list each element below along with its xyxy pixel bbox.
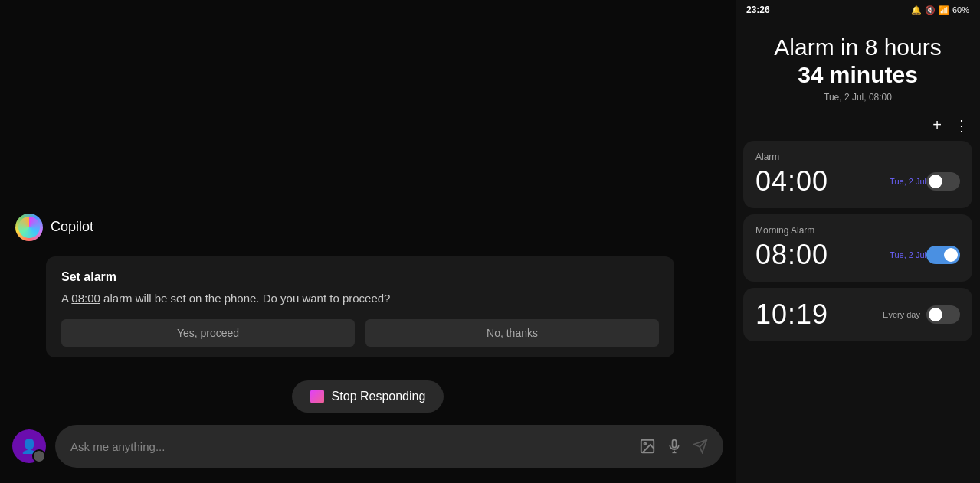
image-attach-icon[interactable] — [639, 438, 656, 455]
alarm-row: 10:19 Every day — [755, 299, 960, 331]
copilot-name: Copilot — [51, 219, 93, 235]
set-alarm-card: Set alarm A 08:00 alarm will be set on t… — [46, 256, 674, 358]
add-alarm-button[interactable]: + — [932, 116, 942, 135]
alarm-time: 10:19 — [755, 299, 828, 331]
alarm-toggle[interactable] — [926, 305, 960, 324]
alarm-hero-title: Alarm in 8 hours 34 minutes — [751, 34, 965, 89]
alarm-row: 08:00 Tue, 2 Jul — [755, 239, 960, 271]
avatar: 👤 — [12, 429, 46, 463]
alarm-time: 04:00 — [755, 165, 828, 197]
set-alarm-title: Set alarm — [61, 270, 659, 284]
alarm-item: Alarm 04:00 Tue, 2 Jul — [743, 141, 972, 208]
copilot-logo-inner — [18, 217, 40, 238]
alarm-status-icon: 🔔 — [911, 5, 922, 15]
status-bar: 23:26 🔔 🔇 📶 60% — [736, 0, 980, 18]
alarm-time-highlight: 08:00 — [71, 292, 100, 305]
copilot-content: Copilot Set alarm A 08:00 alarm will be … — [0, 0, 736, 483]
alarm-hero: Alarm in 8 hours 34 minutes Tue, 2 Jul, … — [736, 18, 980, 113]
input-placeholder: Ask me anything... — [70, 440, 631, 453]
input-box[interactable]: Ask me anything... — [55, 425, 723, 468]
alarm-label: Alarm — [755, 152, 960, 162]
status-icons: 🔔 🔇 📶 60% — [911, 5, 969, 15]
stop-responding-label: Stop Responding — [332, 390, 426, 403]
svg-point-1 — [644, 442, 646, 445]
alarm-toggle[interactable] — [926, 246, 960, 264]
alarm-hero-subtitle: Tue, 2 Jul, 08:00 — [751, 92, 965, 103]
more-options-button[interactable]: ⋮ — [954, 116, 969, 135]
stop-responding-button[interactable]: Stop Responding — [292, 380, 444, 413]
alarm-label: Morning Alarm — [755, 225, 960, 236]
alarm-day-tag: Tue, 2 Jul — [890, 250, 926, 259]
message-container: Set alarm A 08:00 alarm will be set on t… — [0, 249, 736, 366]
alarm-list: Alarm 04:00 Tue, 2 Jul Morning Alarm 08:… — [736, 141, 980, 483]
alarm-time: 08:00 — [755, 239, 828, 271]
input-area: 👤 Ask me anything... — [0, 425, 736, 475]
send-icon[interactable] — [693, 439, 708, 454]
alarm-right: Every day — [883, 305, 960, 324]
stop-responding-container: Stop Responding — [0, 365, 736, 425]
avatar-icon: 👤 — [21, 438, 38, 455]
volume-icon: 🔇 — [925, 5, 936, 15]
alarm-panel: 23:26 🔔 🔇 📶 60% Alarm in 8 hours 34 minu… — [736, 0, 980, 483]
copilot-logo-icon — [15, 214, 43, 241]
yes-proceed-button[interactable]: Yes, proceed — [61, 319, 355, 347]
alarm-right: Tue, 2 Jul — [887, 172, 960, 191]
alarm-item: Morning Alarm 08:00 Tue, 2 Jul — [743, 214, 972, 282]
wifi-icon: 📶 — [939, 5, 949, 15]
set-alarm-message: A 08:00 alarm will be set on the phone. … — [61, 290, 659, 308]
no-thanks-button[interactable]: No, thanks — [365, 319, 659, 347]
copilot-panel: Copilot Set alarm A 08:00 alarm will be … — [0, 0, 736, 483]
svg-rect-2 — [673, 440, 677, 448]
status-time: 23:26 — [746, 5, 770, 15]
alarm-day-tag: Tue, 2 Jul — [890, 177, 926, 186]
battery-icon: 60% — [952, 5, 969, 15]
input-icons — [639, 438, 708, 455]
alarm-recurrence: Every day — [883, 310, 920, 319]
alarm-hero-actions: + ⋮ — [736, 113, 980, 141]
alarm-toggle[interactable] — [926, 172, 960, 191]
alarm-right: Tue, 2 Jul — [887, 246, 960, 264]
alarm-row: 04:00 Tue, 2 Jul — [755, 165, 960, 197]
alarm-actions: Yes, proceed No, thanks — [61, 319, 659, 347]
mic-icon[interactable] — [667, 439, 682, 454]
alarm-item: 10:19 Every day — [743, 288, 972, 341]
copilot-header: Copilot — [0, 203, 736, 249]
stop-icon — [310, 390, 324, 403]
